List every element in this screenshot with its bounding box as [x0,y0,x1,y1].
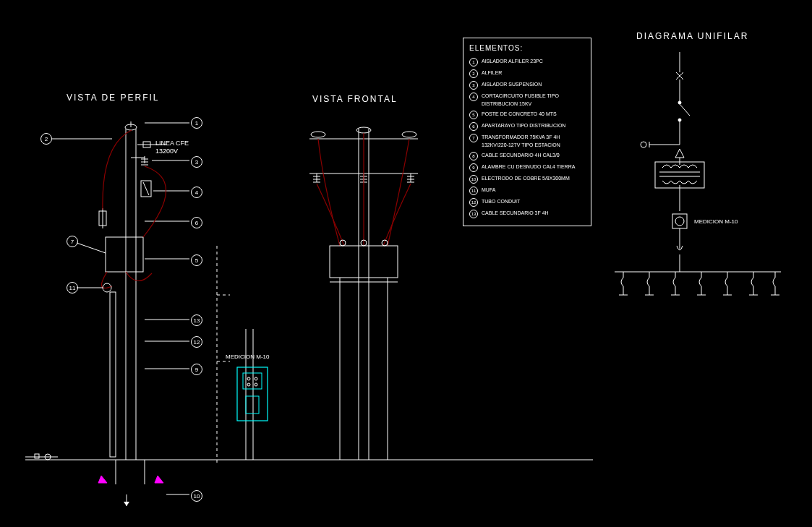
svg-rect-53 [330,246,398,278]
svg-line-17 [77,243,106,253]
svg-point-62 [678,101,681,104]
svg-rect-26 [35,454,39,458]
svg-line-11 [143,182,149,195]
svg-point-43 [247,383,250,386]
svg-rect-74 [672,214,687,228]
svg-point-42 [255,377,257,380]
svg-rect-73 [655,162,704,188]
unifilar-view [615,52,781,295]
svg-point-49 [311,132,325,137]
svg-rect-39 [237,367,268,421]
svg-point-44 [255,383,257,386]
perfil-view [25,121,593,506]
svg-line-63 [680,104,690,116]
svg-point-41 [247,377,250,380]
svg-rect-45 [246,396,259,414]
svg-point-68 [641,142,646,147]
svg-point-64 [678,119,681,121]
svg-point-51 [402,132,416,137]
frontal-view [309,127,418,460]
svg-marker-33 [124,502,129,506]
svg-rect-21 [110,292,116,457]
svg-rect-16 [106,237,143,272]
svg-point-75 [675,217,684,226]
cad-drawing [0,0,812,527]
